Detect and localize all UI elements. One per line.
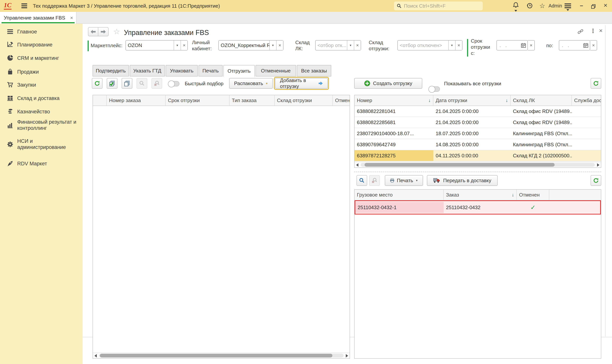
cargo-order-cell[interactable]: 25110432-0432 (444, 202, 517, 213)
user-name[interactable]: Admin (548, 3, 562, 9)
notifications-bell-icon[interactable] (513, 2, 519, 12)
transfer-to-delivery-button[interactable]: Передать в доставку (427, 175, 498, 186)
select-all-button[interactable] (107, 78, 118, 89)
warehouse-ship-select[interactable]: <отбор отключен> ▼ × (398, 40, 463, 51)
col-delivery-service[interactable]: Служба доставки (572, 95, 601, 105)
table-row[interactable]: 63890769642749 14.08.2025 0:00:00 Калини… (355, 139, 601, 150)
col-order-number[interactable]: Номер заказа (107, 95, 166, 105)
clear-icon[interactable]: × (276, 40, 283, 50)
col-cancelled[interactable]: Отменен (333, 95, 350, 105)
col-ship-date[interactable]: Дата отгрузки↓ (433, 95, 511, 105)
col-warehouse-lk[interactable]: Склад ЛК (511, 95, 572, 105)
tab-ship[interactable]: Отгрузить (223, 65, 255, 77)
main-menu-icon[interactable] (21, 3, 27, 9)
clear-icon[interactable]: × (528, 40, 535, 51)
col-ship-warehouse[interactable]: Склад отгрузки (275, 95, 333, 105)
refresh-shipments-button[interactable] (591, 78, 601, 89)
tab-gtd[interactable]: Указать ГТД (130, 65, 165, 77)
table-row[interactable]: 23807290104000-18.07... 18.07.2025 0:00:… (355, 128, 601, 139)
get-link-icon[interactable] (578, 29, 583, 36)
col-order[interactable]: Заказ↓ (444, 190, 517, 200)
tab-print[interactable]: Печать (199, 65, 223, 77)
shipments-table[interactable]: Номер↓ Дата отгрузки↓ Склад ЛК Служба до… (354, 95, 601, 168)
search-cargo-button[interactable] (357, 175, 367, 186)
ship-date-from-input[interactable]: . . × (496, 40, 535, 51)
tab-confirm[interactable]: Подтвердить (93, 65, 129, 77)
calendar-icon[interactable] (583, 43, 588, 48)
close-form-icon[interactable]: × (599, 27, 603, 34)
nav-forward-button[interactable] (98, 27, 109, 36)
scroll-thumb[interactable] (364, 163, 555, 167)
col-cancelled[interactable]: Отменен (517, 190, 549, 200)
sidebar: Главное Планирование CRM и маркетинг Про… (0, 24, 83, 364)
scroll-thumb[interactable] (100, 354, 333, 358)
clear-icon[interactable]: × (181, 40, 187, 50)
shipments-h-scrollbar[interactable] (355, 162, 601, 168)
orders-table[interactable]: Номер заказа Срок отгрузки Тип заказа Ск… (93, 95, 350, 359)
orders-table-header: Номер заказа Срок отгрузки Тип заказа Ск… (93, 95, 350, 106)
nav-back-button[interactable] (88, 27, 98, 36)
more-actions-icon[interactable]: ⋮ (590, 27, 596, 34)
quick-pick-toggle[interactable] (168, 81, 179, 86)
global-search-input[interactable]: Поиск Ctrl+Shift+F (394, 1, 483, 10)
unpack-button[interactable]: Распаковать (229, 78, 273, 89)
refresh-button[interactable] (92, 78, 103, 89)
add-to-shipment-button[interactable]: Добавить в отгрузку (275, 78, 328, 89)
restore-button[interactable] (591, 3, 596, 11)
copy-list-button[interactable] (122, 78, 132, 89)
chevron-down-icon[interactable]: ▼ (347, 40, 354, 50)
marketplace-select[interactable]: OZON ▼ × (125, 40, 188, 51)
refresh-cargo-button[interactable] (591, 175, 601, 186)
favorites-star-icon[interactable]: ☆ (539, 2, 545, 10)
service-menu-icon[interactable] (565, 3, 571, 11)
active-tab-indicator (1, 22, 75, 23)
cancel-search-button[interactable] (151, 78, 162, 89)
history-icon[interactable] (526, 2, 533, 10)
tab-cancelled[interactable]: Отмененные (255, 65, 296, 77)
scroll-right-icon[interactable] (346, 354, 348, 358)
col-ship-deadline[interactable]: Срок отгрузки (166, 95, 229, 105)
add-to-shipment-focus-ring: Добавить в отгрузку (274, 77, 329, 90)
cargo-cancelled-cell[interactable]: ✓ (517, 202, 549, 213)
warehouse-lk-select[interactable]: <отбор отк... ▼ × (315, 40, 361, 51)
cancel-search-cargo-button[interactable] (369, 175, 380, 186)
col-cargo-place[interactable]: Грузовое место (355, 190, 444, 200)
table-row[interactable]: 63880822285681 21.04.2025 0:00:00 Склад … (355, 117, 601, 128)
minimize-button[interactable]: – (580, 2, 583, 9)
print-button[interactable]: Печать ▼ (385, 175, 423, 186)
clear-icon[interactable]: × (354, 40, 361, 50)
col-order-type[interactable]: Тип заказа (229, 95, 275, 105)
tab-all-orders[interactable]: Все заказы (297, 65, 331, 77)
chevron-down-icon[interactable]: ▼ (174, 40, 181, 50)
scroll-right-icon[interactable] (597, 163, 599, 167)
scroll-left-icon[interactable] (356, 163, 359, 167)
chevron-down-icon[interactable]: ▼ (448, 40, 455, 50)
table-row[interactable]: 63880822281041 21.04.2025 0:00:00 Склад … (355, 106, 601, 117)
clear-icon[interactable]: × (455, 40, 462, 50)
cargo-table[interactable]: Грузовое место Заказ↓ Отменен 25110432-0… (354, 189, 601, 359)
ship-date-to-input[interactable]: . . × (559, 40, 597, 51)
create-shipment-button[interactable]: Создать отгрузку (354, 78, 422, 89)
favorite-star-icon[interactable]: ☆ (113, 27, 120, 36)
tab-close-icon[interactable]: × (70, 15, 73, 21)
search-list-button[interactable] (136, 78, 147, 89)
chevron-down-icon[interactable]: ▼ (269, 40, 276, 50)
account-label: Личный кабинет: (192, 39, 215, 52)
cargo-place-cell[interactable]: 25110432-0432-1 (355, 202, 444, 213)
table-row-selected[interactable]: 63897872128275 04.11.2025 0:00:00 Склад … (355, 150, 601, 161)
orders-h-scrollbar[interactable] (93, 352, 350, 358)
close-window-button[interactable]: × (604, 1, 607, 9)
app-title: Тех поддержка Маркет 3 / Управление торг… (33, 3, 377, 9)
menu-icon (7, 28, 13, 35)
cargo-row-selected[interactable]: 25110432-0432-1 25110432-0432 ✓ (355, 200, 601, 214)
tab-label: Управление заказами FBS (4, 15, 68, 21)
tab-pack[interactable]: Упаковать (166, 65, 198, 77)
account-select[interactable]: OZON_Корректный RD ▼ × (218, 40, 283, 51)
show-all-shipments-label: Показывать все отгрузки (444, 81, 501, 87)
clear-icon[interactable]: × (590, 40, 597, 51)
col-number[interactable]: Номер↓ (355, 95, 433, 105)
show-all-shipments-toggle[interactable] (429, 86, 440, 92)
scroll-left-icon[interactable] (94, 354, 97, 358)
tab-order-management-fbs[interactable]: Управление заказами FBS × (0, 12, 77, 24)
calendar-icon[interactable] (521, 43, 526, 48)
